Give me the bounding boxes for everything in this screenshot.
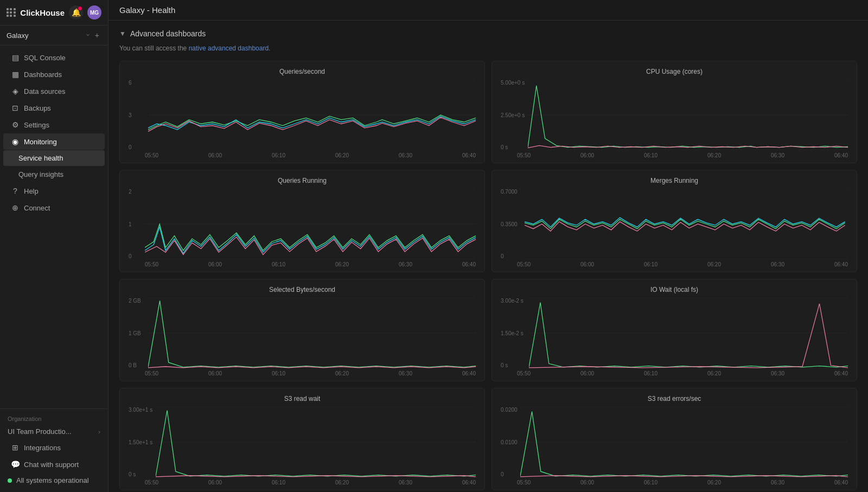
x-labels: 05:50 06:00 06:10 06:20 06:30 06:40 (501, 477, 848, 485)
chart-title: Queries/second (129, 68, 476, 75)
x-labels: 05:50 06:00 06:10 06:20 06:30 06:40 (501, 259, 848, 267)
y-labels: 6 3 0 (129, 80, 134, 150)
org-selector[interactable]: UI Team Productio... › (0, 424, 108, 439)
settings-label: Settings (24, 121, 49, 129)
chart-title: Merges Running (501, 177, 848, 184)
y-labels: 0.0200 0.0100 0 (501, 407, 520, 477)
chart-queries-running: Queries Running 2 1 0 (119, 170, 485, 272)
sidebar-item-data-sources[interactable]: ◈ Data sources (3, 83, 105, 99)
chart-title: IO Wait (local fs) (501, 286, 848, 293)
nav-section: ▤ SQL Console ▦ Dashboards ◈ Data source… (0, 46, 108, 408)
sidebar-item-monitoring[interactable]: ◉ Monitoring (3, 133, 105, 150)
chart-area: 3.00e-2 s 1.50e-2 s 0 s (501, 298, 848, 368)
logo-icon (7, 8, 16, 17)
data-sources-icon: ◈ (11, 87, 20, 95)
sidebar-header: ClickHouse 🔔 MG (0, 0, 108, 25)
system-status: All systems operational (0, 473, 108, 488)
chart-title: S3 read errors/sec (501, 395, 848, 402)
sidebar-item-sql-console[interactable]: ▤ SQL Console (3, 49, 105, 66)
help-label: Help (24, 187, 39, 195)
service-health-label: Service health (18, 154, 63, 162)
avatar[interactable]: MG (87, 5, 101, 20)
page-title: Galaxy - Health (119, 5, 175, 15)
x-labels: 05:50 06:00 06:10 06:20 06:30 06:40 (501, 368, 848, 376)
notifications-icon[interactable]: 🔔 (69, 5, 83, 20)
chart-selected-bytes: Selected Bytes/second 2 GB 1 GB 0 B (119, 279, 485, 381)
backups-icon: ⊡ (11, 104, 20, 112)
y-labels: 2 1 0 (129, 189, 134, 259)
monitoring-label: Monitoring (24, 138, 57, 146)
backups-label: Backups (24, 104, 51, 112)
settings-icon: ⚙ (11, 120, 20, 129)
chart-title: S3 read wait (129, 395, 476, 402)
workspace-name: Galaxy (7, 31, 28, 40)
content-area: ▼ Advanced dashboards You can still acce… (108, 21, 868, 492)
status-label: All systems operational (16, 476, 89, 484)
data-sources-label: Data sources (24, 87, 66, 95)
topbar: Galaxy - Health (108, 0, 868, 21)
status-dot (8, 478, 12, 483)
y-labels: 0.7000 0.3500 0 (501, 189, 520, 259)
chat-icon: 💬 (11, 460, 20, 469)
chart-s3-read-errors: S3 read errors/sec 0.0200 0.0100 0 (492, 388, 857, 490)
y-labels: 2 GB 1 GB 0 B (129, 298, 143, 368)
dashboards-icon: ▦ (11, 70, 20, 79)
x-labels: 05:50 06:00 06:10 06:20 06:30 06:40 (129, 150, 476, 158)
chart-title: Queries Running (129, 177, 476, 184)
sidebar-item-backups[interactable]: ⊡ Backups (3, 100, 105, 116)
help-icon: ? (11, 187, 20, 195)
sidebar-item-chat-support[interactable]: 💬 Chat with support (3, 456, 105, 472)
query-insights-label: Query insights (18, 170, 63, 178)
app-name: ClickHouse (20, 8, 65, 17)
monitoring-icon: ◉ (11, 137, 20, 146)
banner-chevron[interactable]: ▼ (119, 30, 126, 37)
sidebar-item-query-insights[interactable]: Query insights (3, 167, 105, 182)
sql-console-label: SQL Console (24, 54, 66, 62)
sql-console-icon: ▤ (11, 53, 20, 62)
connect-icon: ⊕ (11, 203, 20, 212)
chart-merges-running: Merges Running 0.7000 0.3500 0 (492, 170, 857, 272)
integrations-label: Integrations (24, 444, 61, 452)
connect-label: Connect (24, 204, 50, 212)
chart-io-wait: IO Wait (local fs) 3.00e-2 s 1.50e-2 s 0… (492, 279, 857, 381)
x-labels: 05:50 06:00 06:10 06:20 06:30 06:40 (501, 150, 848, 158)
chat-support-label: Chat with support (24, 461, 79, 469)
sidebar: ClickHouse 🔔 MG Galaxy ⌄ + ▤ SQL Console… (0, 0, 108, 492)
chart-area: 2 1 0 (129, 189, 476, 259)
dashboards-label: Dashboards (24, 71, 62, 79)
sidebar-item-service-health[interactable]: Service health (3, 150, 105, 166)
org-name: UI Team Productio... (8, 427, 72, 436)
sidebar-item-dashboards[interactable]: ▦ Dashboards (3, 66, 105, 82)
y-labels: 3.00e-2 s 1.50e-2 s 0 s (501, 298, 526, 368)
chart-area: 5.00e+0 s 2.50e+0 s 0 s (501, 80, 848, 150)
y-labels: 5.00e+0 s 2.50e+0 s 0 s (501, 80, 527, 150)
x-labels: 05:50 06:00 06:10 06:20 06:30 06:40 (129, 477, 476, 485)
x-labels: 05:50 06:00 06:10 06:20 06:30 06:40 (129, 368, 476, 376)
chart-area: 0.0200 0.0100 0 (501, 407, 848, 477)
chart-area: 3.00e+1 s 1.50e+1 s 0 s (129, 407, 476, 477)
chart-title: Selected Bytes/second (129, 286, 476, 293)
workspace-selector[interactable]: Galaxy ⌄ + (0, 25, 108, 46)
org-label: Organization (0, 413, 108, 424)
x-labels: 05:50 06:00 06:10 06:20 06:30 06:40 (129, 259, 476, 267)
sidebar-footer: Organization UI Team Productio... › ⊞ In… (0, 408, 108, 492)
native-dashboard-link[interactable]: native advanced dashboard (189, 44, 269, 52)
sidebar-item-help[interactable]: ? Help (3, 183, 105, 199)
sidebar-item-connect[interactable]: ⊕ Connect (3, 200, 105, 216)
integrations-icon: ⊞ (11, 443, 20, 452)
chart-area: 2 GB 1 GB 0 B (129, 298, 476, 368)
chart-s3-read-wait: S3 read wait 3.00e+1 s 1.50e+1 s 0 s (119, 388, 485, 490)
chart-area: 6 3 0 (129, 80, 476, 150)
sidebar-item-integrations[interactable]: ⊞ Integrations (3, 439, 105, 456)
add-workspace-button[interactable]: + (93, 30, 101, 41)
sidebar-item-settings[interactable]: ⚙ Settings (3, 117, 105, 133)
banner-subtitle: You can still access the native advanced… (119, 44, 857, 52)
advanced-dashboards-banner: ▼ Advanced dashboards (119, 29, 857, 38)
chart-cpu-usage: CPU Usage (cores) 5.00e+0 s 2.50e+0 s 0 … (492, 61, 857, 163)
chart-grid: Queries/second 6 3 0 (119, 61, 857, 492)
chart-area: 0.7000 0.3500 0 (501, 189, 848, 259)
main-content: Galaxy - Health ▼ Advanced dashboards Yo… (108, 0, 868, 492)
chart-title: CPU Usage (cores) (501, 68, 848, 75)
chart-queries-per-second: Queries/second 6 3 0 (119, 61, 485, 163)
advanced-dashboards-title: Advanced dashboards (130, 29, 206, 38)
